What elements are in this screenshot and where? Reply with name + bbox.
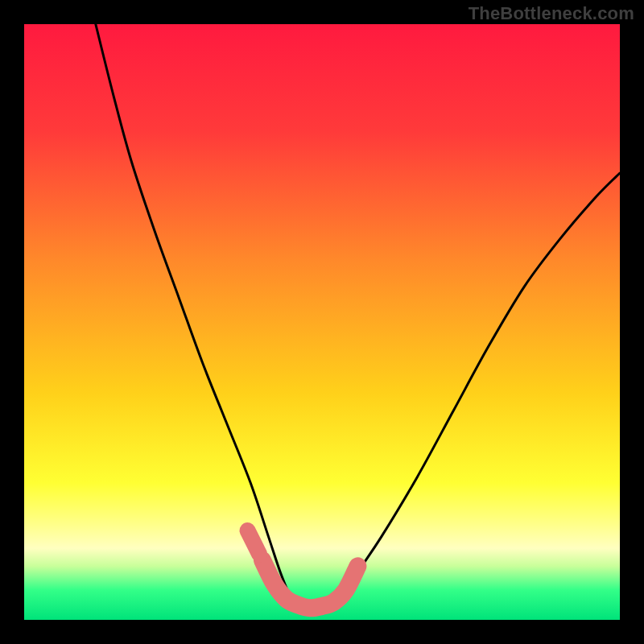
watermark-text: TheBottleneck.com — [469, 3, 634, 24]
valley-highlight-dash — [248, 530, 260, 555]
plot-background — [24, 24, 620, 620]
bottleneck-chart — [0, 0, 644, 644]
chart-frame: TheBottleneck.com — [0, 0, 644, 644]
